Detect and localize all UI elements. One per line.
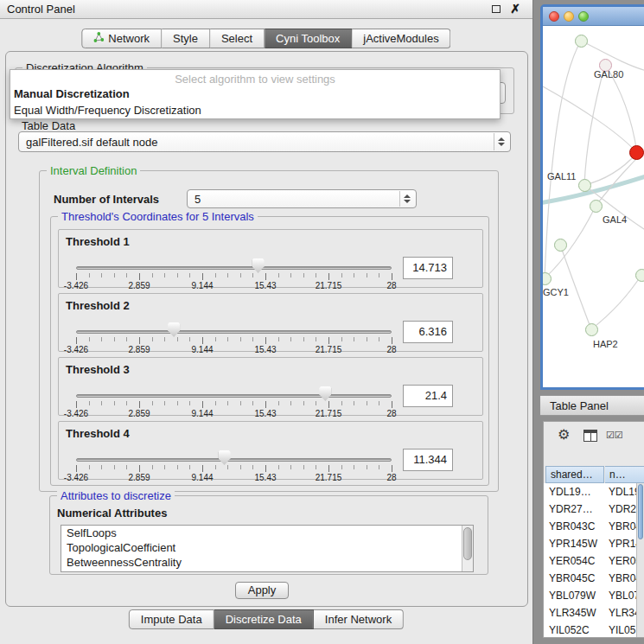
- network-node[interactable]: [575, 35, 588, 48]
- cyni-content-panel: Discretization Algorithm Select algorith…: [5, 51, 528, 607]
- slider-track[interactable]: [76, 458, 392, 462]
- tab-label: Network: [108, 32, 150, 45]
- column-selector-icon[interactable]: [583, 430, 597, 442]
- tick-label: 28: [386, 409, 396, 418]
- table-row[interactable]: YDR27…YDR27: [544, 501, 644, 518]
- window-title: Control Panel: [7, 3, 75, 16]
- network-node[interactable]: [578, 179, 591, 192]
- slider-thumb[interactable]: [252, 258, 265, 273]
- threshold-value-field[interactable]: 14.713: [403, 257, 453, 279]
- node-label: HAP2: [593, 339, 618, 349]
- slider-track[interactable]: [76, 394, 392, 398]
- table-row[interactable]: YPR145WYPR14: [544, 535, 644, 552]
- close-traffic-light-icon[interactable]: [549, 11, 559, 22]
- table-row[interactable]: YER054CYER05: [544, 552, 644, 570]
- tick-label: -3.426: [64, 281, 88, 290]
- network-icon: [93, 32, 104, 45]
- number-of-intervals-label: Number of Intervals: [54, 193, 159, 206]
- table-scrollbar[interactable]: [636, 483, 644, 637]
- control-panel-window: Control Panel ✗ Network Style Select Cyn…: [0, 0, 533, 644]
- scrollbar-thumb[interactable]: [638, 484, 643, 539]
- threshold-panel-4: Threshold 4 -3.426 2.859 9.144 15.43 21.…: [58, 421, 483, 480]
- scrollbar-thumb[interactable]: [463, 527, 472, 560]
- close-icon[interactable]: ✗: [510, 2, 520, 16]
- app-root: Control Panel ✗ Network Style Select Cyn…: [0, 0, 644, 644]
- thresholds-group: Threshold's Coordinates for 5 Intervals …: [50, 216, 489, 486]
- threshold-slider[interactable]: -3.426 2.859 9.144 15.43 21.715 28: [76, 325, 392, 351]
- cell: YER054C: [549, 555, 595, 567]
- threshold-label: Threshold 3: [66, 363, 130, 376]
- apply-button[interactable]: Apply: [235, 582, 289, 599]
- cell: YIL052C: [549, 624, 590, 636]
- table-row[interactable]: YBL079WYBL07: [544, 587, 644, 604]
- slider-track[interactable]: [76, 266, 392, 270]
- tick-label: 21.715: [316, 345, 342, 354]
- table-data-combo[interactable]: galFiltered.sif default node: [18, 131, 511, 152]
- cell: YBL079W: [549, 590, 596, 602]
- minimize-traffic-light-icon[interactable]: [564, 11, 574, 22]
- cell: YBR045C: [549, 572, 595, 584]
- tick-label: 9.144: [191, 473, 213, 482]
- network-node[interactable]: [590, 200, 603, 213]
- tab-infer-network[interactable]: Infer Network: [314, 609, 404, 629]
- network-node[interactable]: [554, 239, 567, 252]
- slider-thumb[interactable]: [168, 322, 180, 337]
- control-panel-titlebar: Control Panel ✗: [0, 0, 532, 19]
- cell: YDL19…: [549, 486, 591, 498]
- table-panel-header[interactable]: Table Panel: [540, 395, 644, 416]
- table-row[interactable]: YBR043CYBR04: [544, 518, 644, 535]
- table-row[interactable]: YLR345WYLR34: [544, 604, 644, 622]
- list-item[interactable]: SelfLoops: [61, 526, 473, 540]
- network-node-selected[interactable]: [629, 145, 644, 160]
- tick-label: 9.144: [191, 345, 213, 354]
- network-window-titlebar[interactable]: [543, 7, 644, 26]
- tab-select[interactable]: Select: [210, 29, 265, 48]
- tab-network[interactable]: Network: [81, 29, 162, 48]
- threshold-slider[interactable]: -3.426 2.859 9.144 15.43 21.715 28: [76, 453, 392, 479]
- network-canvas[interactable]: GAL80 GAL11 GAL4 GCY1 HAP2: [543, 26, 644, 387]
- tick-label: 2.859: [128, 409, 150, 418]
- tab-impute-data[interactable]: Impute Data: [129, 609, 214, 629]
- float-window-icon[interactable]: [492, 5, 501, 13]
- tab-jactivemodules[interactable]: jActiveModules: [352, 29, 450, 48]
- tick-label: 15.43: [254, 345, 276, 354]
- slider-track[interactable]: [76, 330, 392, 334]
- list-item[interactable]: BetweennessCentrality: [61, 555, 473, 570]
- number-of-intervals-combo[interactable]: 5: [187, 189, 417, 208]
- threshold-value-field[interactable]: 21.4: [403, 385, 453, 407]
- column-header-shared-name[interactable]: shared…: [545, 466, 604, 483]
- threshold-panel-2: Threshold 2 -3.426 2.859 9.144 15.43 21.…: [58, 293, 483, 352]
- table-row[interactable]: YDL19…YDL19: [544, 483, 644, 501]
- list-item[interactable]: TopologicalCoefficient: [61, 540, 473, 555]
- network-node[interactable]: [635, 269, 644, 282]
- popup-option-manual[interactable]: Manual Discretization: [10, 86, 500, 102]
- threshold-slider[interactable]: -3.426 2.859 9.144 15.43 21.715 28: [76, 389, 392, 415]
- threshold-value-field[interactable]: 6.316: [403, 321, 453, 343]
- tab-label: Infer Network: [325, 613, 392, 626]
- tab-style[interactable]: Style: [162, 29, 210, 48]
- slider-thumb[interactable]: [319, 386, 331, 401]
- popup-option-equal-width[interactable]: Equal Width/Frequency Discretization: [10, 102, 500, 118]
- column-header-name[interactable]: n…: [605, 466, 644, 483]
- tick-label: 9.144: [191, 281, 213, 290]
- tab-label: Cyni Toolbox: [276, 32, 340, 45]
- tick-label: -3.426: [64, 409, 88, 418]
- cell: YPR145W: [549, 538, 597, 550]
- tab-cyni-toolbox[interactable]: Cyni Toolbox: [265, 29, 352, 48]
- gear-icon[interactable]: ⚙: [558, 426, 570, 443]
- checkbox-icons[interactable]: ☑☑: [606, 430, 623, 441]
- group-title: Threshold's Coordinates for 5 Intervals: [58, 210, 258, 223]
- numerical-attributes-label: Numerical Attributes: [57, 507, 167, 520]
- zoom-traffic-light-icon[interactable]: [578, 11, 589, 22]
- tab-label: jActiveModules: [363, 32, 438, 45]
- tab-discretize-data[interactable]: Discretize Data: [214, 609, 314, 629]
- attributes-list[interactable]: SelfLoops TopologicalCoefficient Between…: [61, 525, 474, 572]
- tab-label: Impute Data: [141, 613, 202, 626]
- slider-thumb[interactable]: [219, 450, 231, 465]
- threshold-value-field[interactable]: 11.344: [403, 449, 453, 471]
- network-node[interactable]: [585, 323, 598, 336]
- threshold-slider[interactable]: -3.426 2.859 9.144 15.43 21.715 28: [76, 261, 392, 287]
- list-scrollbar[interactable]: [462, 526, 473, 571]
- table-row[interactable]: YIL052CYIL05: [544, 622, 644, 637]
- table-row[interactable]: YBR045CYBR04: [544, 570, 644, 587]
